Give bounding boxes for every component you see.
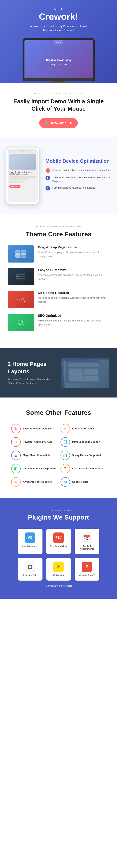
feature-item-title-8: Awesome Fontello Icons bbox=[23, 480, 52, 484]
plugin-icon-ba: 📅 bbox=[82, 532, 92, 543]
feature-row-4: SEO Optimized HTML code integrated into … bbox=[8, 314, 109, 331]
plugin-icon-mc: ✉ bbox=[53, 562, 64, 572]
plugin-icon-vc: VC bbox=[25, 532, 35, 543]
svg-rect-1 bbox=[21, 251, 26, 254]
svg-line-11 bbox=[23, 297, 23, 298]
other-features-section: Some Other Features ↻ Easy Automatic Upd… bbox=[0, 398, 117, 498]
feature-icon-5: 📋 bbox=[61, 451, 70, 460]
feature-item-title-9: Google Fonts bbox=[72, 480, 88, 484]
mobile-feature-text-2: The theme uses Mobile Friendly sliders: … bbox=[52, 176, 111, 183]
hero-title: Crework! bbox=[6, 11, 111, 22]
feature-icon-symbol-9: Aa bbox=[64, 480, 67, 484]
core-features-title: Theme Core Features bbox=[8, 230, 109, 238]
home-pages-content: 2 Home Pages Layouts We create Several U… bbox=[8, 360, 56, 385]
feature-icon-2: ⚙ bbox=[11, 437, 21, 447]
mobile-feature-1: 1 Absolutely all scrollable sections sup… bbox=[45, 168, 111, 173]
feature-text-1: Drag & Drop Page Builder Visual Composer… bbox=[38, 245, 109, 258]
hero-section: Meet Crework! An Awesome User-Friendly C… bbox=[0, 0, 117, 83]
feature-num-1: 1 bbox=[45, 168, 50, 173]
no-coding-icon: </> bbox=[16, 296, 26, 303]
plugin-icon-rev: REV bbox=[53, 532, 64, 543]
phone-img-placeholder bbox=[9, 154, 36, 169]
customize-icon bbox=[16, 273, 26, 280]
mobile-feature-3: 3 Fully Responsive layout & Retina Ready bbox=[45, 186, 111, 190]
laptop-foot bbox=[47, 82, 70, 83]
feature-img-customize bbox=[8, 268, 34, 285]
plugin-card-4: ✉ MailChimp bbox=[46, 558, 71, 580]
phone-screen-top bbox=[8, 149, 38, 153]
feature-row-1: Drag & Drop Page Builder Visual Composer… bbox=[8, 245, 109, 262]
feature-icon-3: 🌐 bbox=[61, 437, 70, 447]
home-pages-desc: We create Several Unique Demos with Diff… bbox=[8, 377, 56, 385]
plugin-icon-symbol-ba: 📅 bbox=[84, 534, 90, 541]
plugin-label-4: MailChimp bbox=[53, 574, 64, 577]
feature-num-3: 3 bbox=[45, 186, 50, 190]
plugin-icon-symbol-rev: REV bbox=[55, 536, 62, 539]
feature-item-7: 📍 Customizable Google Map bbox=[61, 464, 106, 473]
feature-item-title-5: Sticky Menus Supported bbox=[72, 454, 101, 457]
feature-icon-symbol-8: ★ bbox=[14, 479, 17, 484]
demo-title: Easily Import Demo With a Single Click o… bbox=[8, 97, 109, 112]
svg-rect-18 bbox=[69, 369, 82, 381]
plugin-card-1: REV Revolution Slider bbox=[46, 529, 71, 554]
feature-title-3: No Coding Required bbox=[38, 291, 109, 295]
other-features-title: Some Other Features bbox=[6, 409, 111, 416]
hero-laptop-mockup: Creative Coworking startups take off her… bbox=[21, 38, 96, 83]
feature-item-title-2: Powerful Admin Interface bbox=[23, 440, 52, 444]
mobile-title: Mobile Device Optimization bbox=[45, 158, 111, 164]
feature-text-3: No Coding Required No need to be a profe… bbox=[38, 291, 109, 304]
feature-img-nocoding: </> bbox=[8, 291, 34, 308]
svg-rect-20 bbox=[83, 376, 98, 381]
phone-text-2 bbox=[9, 179, 28, 180]
svg-rect-2 bbox=[15, 254, 20, 257]
feature-icon-0: ↻ bbox=[11, 424, 21, 433]
mobile-content: Mobile Device Optimization 1 Absolutely … bbox=[45, 158, 111, 193]
phone-text-3 bbox=[9, 181, 23, 183]
feature-title-4: SEO Optimized bbox=[38, 314, 109, 318]
svg-rect-3 bbox=[21, 254, 26, 257]
feature-row-2: Easy to Customize Awesome easy-to-use op… bbox=[8, 268, 109, 285]
nav-dot-3 bbox=[60, 42, 61, 43]
phone-outer: Crework - it is modern office only for g… bbox=[6, 147, 40, 204]
install-button-label: Installation bbox=[51, 121, 66, 125]
mobile-feature-text-1: Absolutely all scrollable sections suppo… bbox=[52, 168, 110, 172]
svg-text:</>: </> bbox=[17, 298, 22, 301]
phone-content: Crework - it is modern office only for g… bbox=[8, 153, 38, 189]
feature-text-2: Easy to Customize Awesome easy-to-use op… bbox=[38, 268, 109, 281]
feature-icon-8: ★ bbox=[11, 477, 21, 487]
mobile-section: Crework - it is modern office only for g… bbox=[0, 137, 117, 214]
feature-desc-3: No need to be a professional web develop… bbox=[38, 296, 109, 304]
plugin-label-1: Revolution Slider bbox=[50, 545, 67, 548]
demo-tag: ONE CLICK DEMO INSTALLATION bbox=[8, 92, 109, 95]
svg-rect-4 bbox=[16, 274, 25, 275]
feature-img-drag bbox=[8, 245, 34, 262]
plugin-label-5: Contact Form 7 bbox=[79, 574, 94, 577]
plugin-icon-symbol-eg: ⊞ bbox=[28, 564, 32, 570]
install-icon: ⚙️ bbox=[45, 121, 49, 125]
feature-item-9: Aa Google Fonts bbox=[61, 477, 106, 487]
svg-rect-0 bbox=[15, 251, 20, 254]
feature-item-title-1: Lots of Shortcodes bbox=[72, 427, 94, 430]
plugin-label-0: Visual Composer bbox=[22, 545, 39, 548]
feature-item-title-0: Easy Automatic Updates bbox=[23, 427, 52, 430]
plugin-icon-symbol-cf: 7 bbox=[86, 564, 88, 569]
features-grid: ↻ Easy Automatic Updates ≡ Lots of Short… bbox=[11, 424, 106, 487]
feature-num-2: 2 bbox=[45, 176, 50, 180]
feature-item-title-6: Parallax Effect Backgrounds bbox=[23, 467, 56, 470]
screen-nav bbox=[54, 40, 63, 44]
feature-item-title-7: Customizable Google Map bbox=[72, 467, 103, 470]
feature-icon-9: Aa bbox=[61, 477, 70, 487]
hero-meet-label: Meet bbox=[6, 8, 111, 10]
laptop-stand bbox=[53, 81, 64, 82]
install-button[interactable]: ⚙️ Installation ➤ bbox=[39, 118, 78, 128]
feature-icon-symbol-5: 📋 bbox=[63, 453, 68, 458]
feature-img-inner-seo bbox=[8, 314, 34, 331]
laptop-base bbox=[25, 78, 93, 81]
laptop-outer: Creative Coworking startups take off her… bbox=[23, 38, 94, 81]
plugins-section: FREE & COMPATIBLE Plugins We Support VC … bbox=[0, 498, 117, 599]
feature-img-inner-drag bbox=[8, 245, 34, 262]
laptop-screen-inner: Creative Coworking startups take off her… bbox=[25, 40, 93, 78]
phone-mockup: Crework - it is modern office only for g… bbox=[6, 147, 40, 204]
nav-dot-2 bbox=[58, 42, 59, 43]
phone-screen: Crework - it is modern office only for g… bbox=[8, 149, 38, 202]
